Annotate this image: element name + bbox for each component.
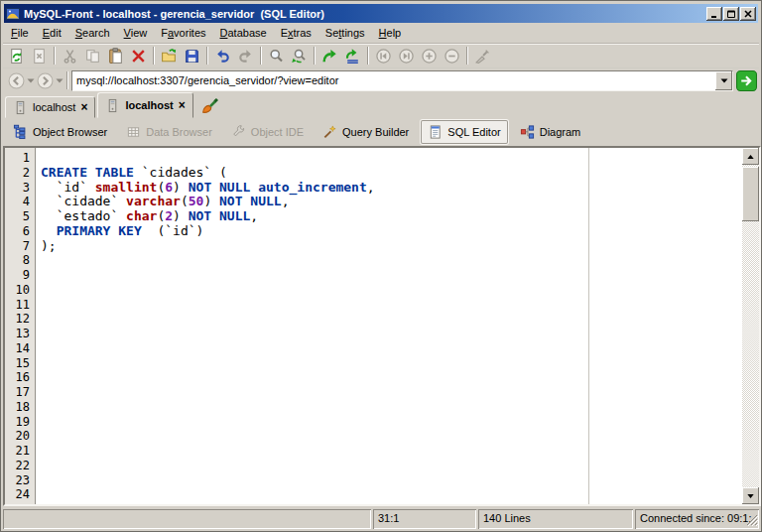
menu-file[interactable]: File [4,24,36,42]
menu-view[interactable]: View [117,24,155,42]
code-line-24[interactable] [41,487,742,502]
document-close-button [28,45,51,66]
line-number: 6 [5,224,35,239]
tab-localhost-2[interactable]: localhost × [97,92,192,118]
code-line-11[interactable] [41,298,742,313]
undo-icon [214,48,231,65]
code-area[interactable]: CREATE TABLE `cidades` ( `id` smallint(6… [36,148,742,504]
address-bar [3,67,759,92]
code-line-15[interactable] [41,356,742,371]
delete-button[interactable] [127,45,150,66]
search-replace-button[interactable] [288,45,311,66]
code-line-18[interactable] [41,400,742,415]
minimize-button[interactable] [706,7,722,21]
code-line-21[interactable] [41,444,742,459]
tab-localhost-1[interactable]: localhost × [5,96,95,118]
scroll-down-button[interactable] [742,487,759,504]
brush-icon[interactable] [201,96,219,114]
menu-favorites[interactable]: Favorites [154,24,212,42]
code-line-10[interactable] [41,283,742,298]
view-button-label: Object Browser [33,126,107,138]
code-line-5[interactable]: `estado` char(2) NOT NULL, [41,209,742,224]
undo-button[interactable] [211,45,234,66]
forward-history-dropdown[interactable] [54,71,64,89]
first-record-button [372,45,395,66]
code-line-8[interactable] [41,253,742,268]
menu-database[interactable]: Database [213,24,274,42]
cut-icon [62,48,78,65]
resize-grip[interactable] [746,514,758,528]
vertical-scrollbar[interactable] [742,148,759,504]
code-line-9[interactable] [41,268,742,283]
code-line-17[interactable] [41,385,742,400]
maximize-button[interactable] [723,7,739,21]
run-button[interactable] [318,45,341,66]
menu-help[interactable]: Help [372,24,409,42]
connection-status-text: Connected since: 09:1: [640,512,752,524]
diagram-button[interactable]: Diagram [514,121,587,143]
code-line-12[interactable] [41,312,742,327]
address-dropdown-button[interactable] [715,71,732,90]
scroll-up-button[interactable] [742,148,759,165]
object-browser-button[interactable]: Object Browser [7,121,113,143]
back-history-dropdown[interactable] [25,71,36,89]
code-line-22[interactable] [41,459,742,473]
refresh-button[interactable] [5,45,28,66]
toolbar-separator [367,47,369,65]
sql-editor-icon [428,124,443,140]
run-icon [321,48,338,65]
code-line-1[interactable] [41,151,742,166]
menu-extras[interactable]: Extras [274,24,318,42]
line-number: 13 [5,327,35,341]
scrollbar-thumb[interactable] [742,167,759,221]
sql-editor-button[interactable]: SQL Editor [422,121,506,143]
code-line-7[interactable]: ); [41,239,742,254]
close-button[interactable] [740,7,756,21]
magic-wand-icon [322,124,337,140]
back-button[interactable] [7,71,25,89]
code-line-4[interactable]: `cidade` varchar(50) NOT NULL, [41,195,742,209]
code-line-6[interactable]: PRIMARY KEY (`id`) [41,224,742,239]
chevron-down-icon [720,78,728,83]
go-button[interactable] [736,70,757,91]
toolbar-separator [260,47,262,65]
tab-close-icon[interactable]: × [179,100,186,110]
code-line-3[interactable]: `id` smallint(6) NOT NULL auto_increment… [41,181,742,196]
code-line-19[interactable] [41,415,742,430]
tab-close-icon[interactable]: × [80,102,87,112]
save-button[interactable] [181,45,203,66]
view-button-label: Diagram [540,126,581,138]
last-record-icon [398,48,415,65]
right-margin-line [588,148,589,504]
search-button[interactable] [265,45,288,66]
line-number: 11 [5,298,35,313]
paste-button[interactable] [104,45,127,66]
code-line-14[interactable] [41,341,742,356]
run-script-button[interactable] [341,45,364,66]
toolbar-separator [314,47,316,65]
toolbar-separator [54,47,56,65]
toolbar-separator [206,47,208,65]
line-number: 21 [5,444,35,459]
code-line-13[interactable] [41,327,742,341]
view-button-label: Data Browser [146,126,212,138]
run-script-icon [344,48,361,65]
forward-button[interactable] [36,71,54,89]
query-builder-button[interactable]: Query Builder [317,121,415,143]
menu-settings[interactable]: Settings [318,24,372,42]
toolbar-separator [466,47,468,65]
view-button-label: Object IDE [251,126,304,138]
search-replace-icon [291,48,308,65]
line-number: 7 [5,239,35,254]
address-input[interactable] [72,71,715,90]
delete-record-icon [444,48,460,65]
open-button[interactable] [158,45,181,66]
menu-edit[interactable]: Edit [36,24,68,42]
code-line-20[interactable] [41,429,742,444]
code-line-23[interactable] [41,473,742,488]
code-line-16[interactable] [41,370,742,385]
menu-search[interactable]: Search [68,24,117,42]
server-icon [105,98,120,113]
line-number: 18 [5,400,35,415]
code-line-2[interactable]: CREATE TABLE `cidades` ( [41,166,742,181]
